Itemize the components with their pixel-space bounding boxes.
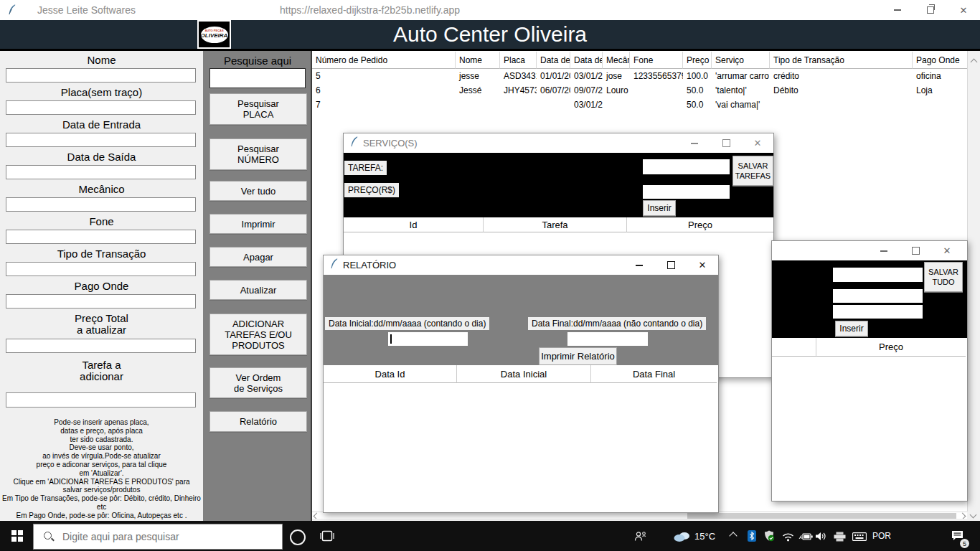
close-button[interactable]: ✕: [947, 0, 980, 20]
relatorio-table-header[interactable]: Data IdData InicialData Final: [324, 365, 717, 383]
data-saida-input[interactable]: [6, 165, 196, 179]
sidebar-search-input[interactable]: [209, 68, 306, 88]
restore-button[interactable]: [914, 0, 947, 20]
start-button[interactable]: [11, 530, 23, 542]
apagar-button[interactable]: Apagar: [209, 247, 307, 267]
data-entrada-input[interactable]: [6, 133, 196, 147]
ver-ordem-button[interactable]: Ver Ordem de Serviços: [209, 367, 307, 398]
inserir-button[interactable]: Inserir: [835, 321, 868, 336]
taskbar-search[interactable]: [33, 524, 283, 550]
column-header[interactable]: Id: [344, 217, 484, 232]
printer-icon[interactable]: [834, 532, 846, 542]
scroll-down-icon[interactable]: [970, 512, 977, 519]
maximize-button[interactable]: [710, 133, 742, 153]
column-header[interactable]: Tipo de Transação: [770, 52, 913, 69]
people-icon[interactable]: [634, 531, 647, 542]
column-header[interactable]: Data Inicial: [457, 365, 591, 383]
column-header[interactable]: Nome: [456, 52, 500, 69]
window-url-text: https://relaxed-dijkstra-f2b25b.netlify.…: [280, 0, 460, 20]
relatorio-button[interactable]: Relatório: [209, 411, 307, 432]
tipo-transacao-input[interactable]: [6, 262, 196, 276]
inserir-button[interactable]: Inserir: [643, 200, 676, 216]
column-header[interactable]: Data de Saída: [570, 52, 603, 69]
form-instructions: Pode-se inserir apenas placa, datas e pr…: [0, 418, 203, 520]
notification-badge[interactable]: 5: [960, 539, 969, 548]
relatorio-titlebar[interactable]: RELATÓRIO ✕: [324, 255, 718, 275]
close-button[interactable]: ✕: [742, 133, 773, 153]
atualizar-button[interactable]: Atualizar: [209, 280, 307, 300]
imprimir-button[interactable]: Imprimir: [209, 214, 307, 234]
weather-icon[interactable]: [673, 531, 692, 542]
produto-input-2[interactable]: [833, 289, 923, 303]
placa-input[interactable]: [6, 100, 196, 115]
battery-icon[interactable]: [798, 532, 814, 541]
column-header[interactable]: Mecânico: [603, 52, 630, 69]
scrollbar-corner[interactable]: [967, 512, 980, 519]
produtos-table-header[interactable]: Preço: [772, 338, 966, 357]
scroll-up-icon[interactable]: [971, 59, 978, 66]
close-button[interactable]: ✕: [687, 255, 718, 275]
main-titlebar: Jesse Leite Softwares https://relaxed-di…: [0, 0, 980, 20]
temperature-text[interactable]: 15°C: [694, 531, 715, 542]
servico-titlebar[interactable]: SERVIÇO(S) ✕: [344, 133, 773, 153]
task-view-icon[interactable]: [320, 529, 334, 542]
tarefa-input[interactable]: [643, 159, 730, 174]
data-inicial-input[interactable]: [388, 332, 468, 346]
ver-tudo-button[interactable]: Ver tudo: [209, 181, 307, 201]
pesquisar-placa-button[interactable]: Pesquisar PLACA: [209, 93, 307, 125]
column-header[interactable]: Serviço: [712, 52, 770, 69]
column-header[interactable]: Data Id: [324, 365, 457, 383]
search-input[interactable]: [61, 530, 258, 543]
maximize-button[interactable]: [655, 255, 687, 275]
column-header[interactable]: Tarefa: [484, 217, 627, 232]
language-indicator[interactable]: POR: [872, 531, 891, 541]
nome-input[interactable]: [6, 68, 196, 83]
volume-icon[interactable]: [815, 532, 827, 541]
column-header[interactable]: Preço: [683, 52, 712, 69]
column-header[interactable]: Preço: [627, 217, 773, 232]
minimize-button[interactable]: [868, 241, 900, 260]
column-header[interactable]: Preço: [816, 338, 966, 357]
maximize-button[interactable]: [900, 241, 931, 260]
mecanico-input[interactable]: [6, 197, 196, 212]
minimize-button[interactable]: [623, 255, 655, 275]
table-row[interactable]: 6JesséJHY457306/07/2009/07/20Louro50.0't…: [312, 83, 967, 98]
pesquisar-numero-button[interactable]: Pesquisar NÚMERO: [209, 138, 307, 170]
column-header[interactable]: [772, 338, 816, 357]
security-shield-icon[interactable]: [763, 530, 775, 542]
bluetooth-icon[interactable]: [748, 530, 756, 542]
tray-expand-icon[interactable]: [730, 533, 736, 539]
produto-input-1[interactable]: [833, 268, 923, 282]
produto-input-3[interactable]: [833, 305, 923, 319]
servico-table-header[interactable]: IdTarefaPreço: [344, 217, 773, 232]
fone-input[interactable]: [6, 230, 196, 244]
column-header[interactable]: Data de Entrada: [537, 52, 570, 69]
column-header[interactable]: Placa: [500, 52, 537, 69]
cortana-icon[interactable]: [290, 529, 306, 545]
preco-total-input[interactable]: [6, 339, 196, 353]
keyboard-icon[interactable]: [852, 532, 867, 541]
data-entrada-label: Data de Entrada: [0, 119, 203, 131]
table-row[interactable]: 5jesseASD343101/01/2003/01/20jose1233556…: [312, 69, 967, 83]
tarefa-adicionar-input[interactable]: [6, 392, 196, 408]
salvar-tudo-button[interactable]: SALVAR TUDO: [924, 262, 963, 292]
column-header[interactable]: Data Final: [591, 365, 717, 383]
minimize-button[interactable]: [881, 0, 914, 20]
pago-onde-input[interactable]: [6, 294, 196, 309]
column-header[interactable]: Pago Onde: [913, 52, 967, 69]
column-header[interactable]: Fone: [630, 52, 683, 69]
wifi-icon[interactable]: [782, 532, 794, 542]
column-header[interactable]: Número de Pedido: [312, 52, 456, 69]
horizontal-scroll-thumb[interactable]: [687, 513, 956, 519]
data-final-input[interactable]: [567, 332, 648, 346]
orders-table-header[interactable]: Número de PedidoNomePlacaData de Entrada…: [312, 52, 967, 69]
vertical-scrollbar[interactable]: [967, 51, 980, 512]
imprimir-relatorio-button[interactable]: Imprimir Relatório: [539, 347, 617, 365]
minimize-button[interactable]: [679, 133, 710, 153]
salvar-tarefas-button[interactable]: SALVAR TAREFAS: [732, 156, 773, 186]
adicionar-tarefas-button[interactable]: ADICIONAR TAREFAS E/OU PRODUTOS: [209, 314, 307, 355]
preco-input[interactable]: [643, 185, 730, 199]
close-button[interactable]: ✕: [931, 241, 963, 260]
produtos-titlebar[interactable]: ✕: [772, 241, 967, 260]
table-row[interactable]: 703/01/2050.0'vai chama|': [312, 98, 967, 112]
